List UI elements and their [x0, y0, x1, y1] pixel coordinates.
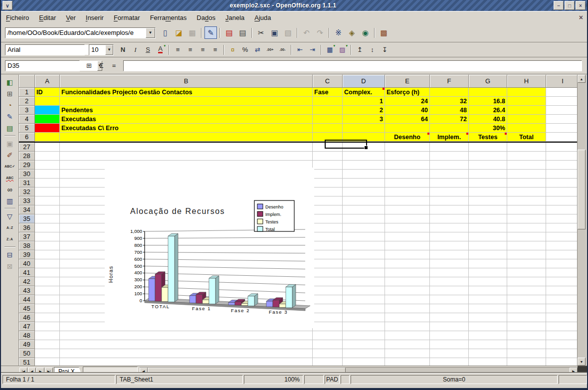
cell-E27[interactable] — [385, 143, 430, 152]
column-header-D[interactable]: D — [343, 75, 385, 88]
background-color-icon[interactable]: ▨▾ — [337, 44, 348, 55]
cell-B49[interactable] — [60, 340, 313, 349]
cell-H30[interactable] — [507, 170, 546, 179]
align-center-icon[interactable]: ≡ — [185, 44, 196, 55]
close-button[interactable]: × — [576, 1, 586, 10]
cell-C5[interactable] — [313, 124, 343, 133]
navigator-icon[interactable]: ※ — [332, 26, 345, 39]
cell-G3[interactable]: 26.4 — [469, 106, 507, 115]
cell-H44[interactable] — [507, 295, 546, 304]
color-swatch-A3[interactable] — [35, 106, 60, 115]
row-header-36[interactable]: 36 — [19, 223, 35, 232]
cell-I37[interactable] — [546, 232, 580, 241]
export-pdf-icon[interactable]: ▤ — [223, 26, 235, 39]
cell-F2[interactable]: 32 — [430, 97, 469, 106]
cell-D32[interactable] — [343, 188, 385, 196]
italic-icon[interactable]: I — [130, 44, 141, 55]
cell-C49[interactable] — [313, 340, 343, 349]
cell-H1[interactable] — [507, 88, 546, 97]
bold-icon[interactable]: N — [117, 44, 129, 55]
cell-C38[interactable] — [313, 241, 343, 250]
cell-B51[interactable] — [60, 358, 313, 366]
cell-C48[interactable] — [313, 331, 343, 340]
stylist-icon[interactable]: ◈ — [346, 26, 358, 39]
row-header-30[interactable]: 30 — [19, 170, 35, 179]
row-header-45[interactable]: 45 — [19, 304, 35, 313]
cell-F49[interactable] — [430, 340, 469, 349]
cell-E47[interactable] — [385, 322, 430, 331]
cell-D4[interactable]: 3 — [343, 115, 385, 124]
chart-object[interactable]: Alocação de RecursosHoras010020030040050… — [105, 168, 314, 328]
insert-object-icon[interactable]: ◔ — [3, 99, 17, 111]
cell-B1[interactable]: Funcionalidades Projecto Gestão Contacto… — [60, 88, 313, 97]
cell-E6[interactable]: Desenho — [385, 133, 430, 142]
cell-H46[interactable] — [507, 313, 546, 322]
group-icon[interactable]: ⊟ — [3, 249, 17, 260]
cell-E51[interactable] — [385, 358, 430, 366]
remove-decimal-icon[interactable]: .00- — [277, 44, 288, 55]
cell-E31[interactable] — [385, 179, 430, 188]
cell-G36[interactable] — [469, 223, 507, 232]
insert-frame-icon[interactable]: ▣ — [3, 138, 17, 149]
cell-D40[interactable] — [343, 259, 385, 268]
cell-H28[interactable] — [507, 152, 546, 161]
cell-G28[interactable] — [469, 152, 507, 161]
cell-B4[interactable]: Executadas — [60, 115, 313, 124]
row-header-1[interactable]: 1 — [19, 88, 35, 97]
cell-F41[interactable] — [430, 268, 469, 277]
align-right-icon[interactable]: ≡ — [197, 44, 208, 55]
title-bar[interactable]: ∨ exemplo2.sxc - OpenOffice.org 1.1.1 – … — [1, 0, 587, 11]
cell-D44[interactable] — [343, 295, 385, 304]
cell-I35[interactable] — [546, 214, 580, 223]
cell-I50[interactable] — [546, 349, 580, 358]
insert-cells-icon[interactable]: ⊞ — [3, 88, 17, 99]
cell-F4[interactable]: 72 — [430, 115, 469, 124]
vertical-scrollbar-thumb[interactable] — [578, 150, 586, 229]
cell-H37[interactable] — [507, 232, 546, 241]
cell-F35[interactable] — [430, 214, 469, 223]
cell-E3[interactable]: 40 — [385, 106, 430, 115]
cell-F45[interactable] — [430, 304, 469, 313]
cell-I33[interactable] — [546, 196, 580, 205]
cell-cursor[interactable] — [325, 140, 367, 149]
cell-A29[interactable] — [35, 161, 60, 170]
cell-A38[interactable] — [35, 241, 60, 250]
cell-I43[interactable] — [546, 286, 580, 295]
cell-G47[interactable] — [469, 322, 507, 331]
cell-C1[interactable]: Fase — [313, 88, 343, 97]
column-header-A[interactable]: A — [35, 75, 60, 88]
function-autopilot-icon[interactable]: ⊞ — [83, 60, 95, 71]
cell-A6[interactable] — [35, 133, 60, 142]
cell-F50[interactable] — [430, 349, 469, 358]
row-header-37[interactable]: 37 — [19, 232, 35, 241]
align-bottom-icon[interactable]: ↧ — [379, 44, 391, 55]
row-header-2[interactable]: 2 — [19, 97, 35, 106]
cell-F1[interactable] — [430, 88, 469, 97]
cell-F39[interactable] — [430, 250, 469, 259]
cell-A33[interactable] — [35, 196, 60, 205]
cell-E5[interactable] — [385, 124, 430, 133]
cell-I29[interactable] — [546, 161, 580, 170]
cell-E28[interactable] — [385, 152, 430, 161]
row-header-47[interactable]: 47 — [19, 322, 35, 331]
cell-I38[interactable] — [546, 241, 580, 250]
data-sources-icon[interactable]: ▥ — [3, 195, 17, 206]
cell-G29[interactable] — [469, 161, 507, 170]
cell-H27[interactable] — [507, 143, 546, 152]
status-zoom[interactable]: 100% — [244, 375, 303, 384]
menu-inserir[interactable]: Inserir — [81, 13, 109, 22]
cell-I27[interactable] — [546, 143, 580, 152]
cell-A34[interactable] — [35, 205, 60, 214]
edit-file-icon[interactable]: ✎ — [204, 26, 217, 39]
cell-A49[interactable] — [35, 340, 60, 349]
cell-C39[interactable] — [313, 250, 343, 259]
cell-I30[interactable] — [546, 170, 580, 179]
menu-ficheiro[interactable]: Ficheiro — [1, 13, 34, 22]
cell-G44[interactable] — [469, 295, 507, 304]
cell-H33[interactable] — [507, 196, 546, 205]
cell-F40[interactable] — [430, 259, 469, 268]
cell-A37[interactable] — [35, 232, 60, 241]
cell-B6[interactable] — [60, 133, 313, 142]
cell-I41[interactable] — [546, 268, 580, 277]
fill-handle[interactable] — [364, 146, 368, 150]
